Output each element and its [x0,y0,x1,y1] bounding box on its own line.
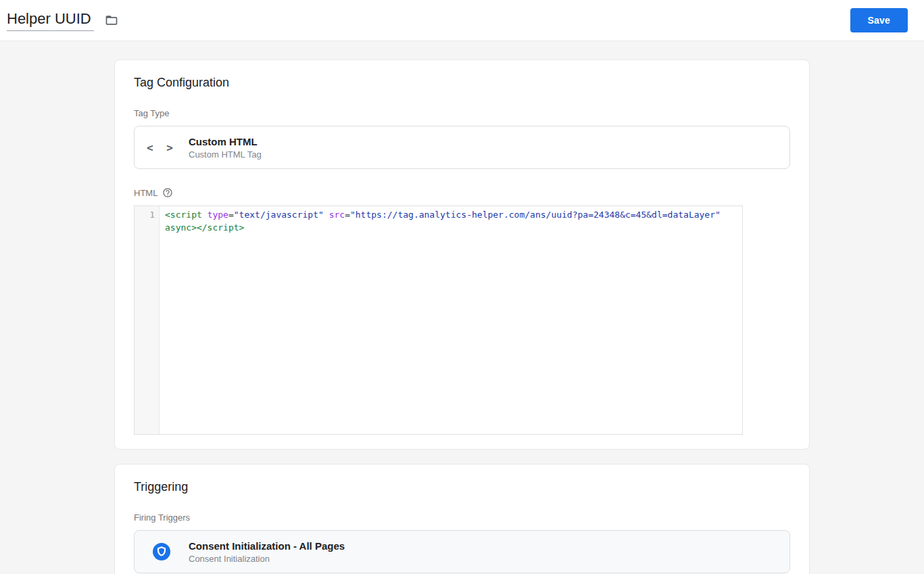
code-line[interactable]: <script type="text/javascript" src="http… [160,206,742,434]
tag-editor-body: Tag Configuration Tag Type < > Custom HT… [0,41,924,574]
tag-configuration-title: Tag Configuration [134,76,790,90]
html-field-header: HTML [134,187,790,198]
consent-shield-icon [135,543,189,560]
code-brackets-icon: < > [135,141,189,154]
triggering-card: Triggering Firing Triggers Consent Initi… [114,464,810,574]
tag-configuration-card: Tag Configuration Tag Type < > Custom HT… [114,59,810,450]
trigger-name: Consent Initialization - All Pages [189,540,345,552]
line-number-gutter: 1 [135,206,160,434]
tag-name-input[interactable]: Helper UUID [7,10,94,31]
trigger-row[interactable]: Consent Initialization - All Pages Conse… [134,530,790,573]
tag-type-description: Custom HTML Tag [189,149,262,160]
tag-type-selector[interactable]: < > Custom HTML Custom HTML Tag [134,126,790,169]
html-code-editor[interactable]: 1 <script type="text/javascript" src="ht… [134,206,743,435]
triggering-title: Triggering [134,480,790,494]
html-label: HTML [134,188,157,198]
trigger-type: Consent Initialization [189,554,345,564]
line-number: 1 [149,210,155,220]
top-bar: Helper UUID Save [0,0,924,41]
tag-type-text: Custom HTML Custom HTML Tag [189,136,262,160]
firing-triggers-label: Firing Triggers [134,512,790,523]
save-button[interactable]: Save [850,8,908,32]
help-icon[interactable] [162,187,173,198]
tag-type-label: Tag Type [134,108,790,118]
tag-title-area: Helper UUID [7,10,850,31]
tag-type-name: Custom HTML [189,136,262,147]
trigger-text: Consent Initialization - All Pages Conse… [189,540,345,564]
folder-icon[interactable] [105,14,118,27]
